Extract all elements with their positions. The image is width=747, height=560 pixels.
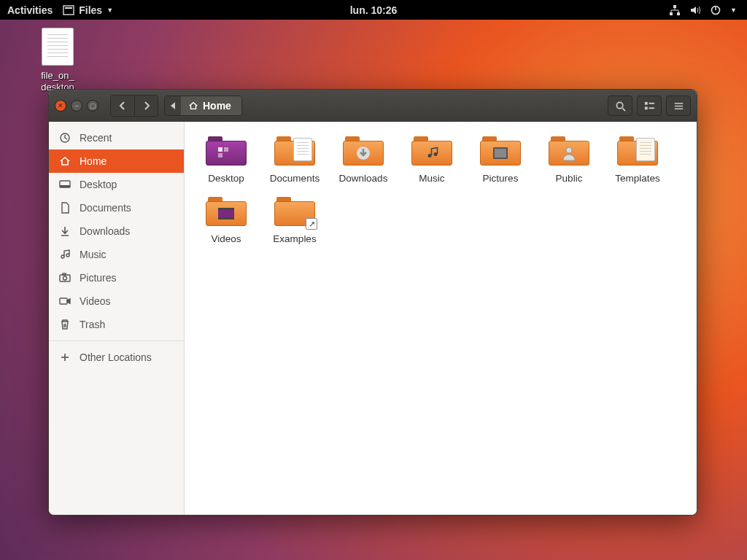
path-leader	[165, 96, 181, 115]
svg-point-31	[566, 147, 572, 153]
home-icon	[59, 155, 71, 167]
sidebar-separator	[49, 341, 184, 341]
home-icon	[188, 101, 198, 111]
files-icon	[63, 4, 74, 16]
svg-rect-30	[495, 149, 506, 158]
camera-icon	[59, 272, 71, 284]
sidebar-item-home[interactable]: Home	[49, 149, 184, 173]
chevron-left-icon	[118, 101, 127, 110]
path-bar[interactable]: Home	[164, 96, 242, 116]
folder-documents[interactable]: Documents	[260, 136, 329, 184]
film-glyph-icon	[217, 206, 236, 221]
app-menu[interactable]: Files ▼	[63, 4, 113, 16]
svg-point-7	[616, 102, 622, 108]
sidebar-item-music[interactable]: Music	[49, 243, 184, 266]
item-label: Music	[419, 173, 444, 184]
item-label: Documents	[270, 173, 320, 184]
volume-icon[interactable]	[689, 4, 701, 16]
back-button[interactable]	[111, 96, 134, 116]
files-window: ✕ – ▢ Home	[48, 89, 697, 516]
desktop-file-icon[interactable]: file_on_ desktop	[25, 28, 90, 93]
gnome-top-bar: Activities Files ▼ lun. 10:26 ▼	[0, 0, 747, 20]
view-toggle-button[interactable]	[637, 96, 662, 116]
activities-button[interactable]: Activities	[7, 4, 53, 16]
app-menu-label: Files	[79, 4, 102, 16]
music-glyph-icon	[424, 145, 440, 161]
svg-rect-12	[649, 107, 654, 109]
svg-rect-22	[60, 298, 67, 304]
svg-rect-27	[218, 153, 222, 158]
forward-button[interactable]	[134, 96, 158, 116]
item-label: Downloads	[339, 173, 388, 184]
hamburger-menu-button[interactable]	[666, 96, 691, 116]
sidebar-item-other-locations[interactable]: Other Locations	[49, 346, 184, 369]
svg-rect-10	[644, 106, 647, 109]
sidebar-item-videos[interactable]: Videos	[49, 289, 184, 313]
activities-label: Activities	[7, 4, 53, 16]
item-label: Desktop	[208, 173, 244, 184]
music-icon	[59, 249, 71, 260]
folder-videos[interactable]: Videos	[192, 197, 260, 244]
folder-public[interactable]: Public	[535, 136, 603, 184]
svg-rect-33	[218, 208, 234, 210]
sidebar-item-documents[interactable]: Documents	[49, 196, 184, 219]
hamburger-icon	[673, 101, 684, 112]
item-label: Pictures	[483, 173, 519, 184]
places-sidebar: Recent Home Desktop Documents Downloads …	[49, 122, 185, 515]
sidebar-item-pictures[interactable]: Pictures	[49, 266, 184, 289]
power-icon[interactable]	[710, 4, 721, 16]
minimize-button[interactable]: –	[71, 100, 82, 112]
chevron-down-icon: ▼	[107, 7, 113, 14]
item-label: Videos	[211, 233, 241, 244]
sidebar-item-downloads[interactable]: Downloads	[49, 219, 184, 243]
window-controls: ✕ – ▢	[55, 100, 98, 112]
maximize-button[interactable]: ▢	[87, 100, 98, 112]
item-label: Templates	[615, 173, 660, 184]
desktop-file-label-1: file_on_	[25, 70, 90, 82]
nav-buttons	[110, 95, 158, 117]
svg-rect-3	[670, 12, 673, 15]
folder-pictures[interactable]: Pictures	[466, 136, 535, 184]
text-file-icon	[42, 28, 74, 66]
search-button[interactable]	[608, 96, 632, 116]
folder-music[interactable]: Music	[398, 136, 466, 184]
video-icon	[59, 295, 71, 307]
svg-rect-9	[644, 101, 647, 104]
sidebar-item-recent[interactable]: Recent	[49, 126, 184, 149]
svg-rect-34	[218, 217, 234, 219]
svg-rect-18	[60, 185, 70, 187]
document-icon	[59, 202, 71, 214]
titlebar[interactable]: ✕ – ▢ Home	[49, 90, 697, 122]
symlink-overlay-icon: ↗	[306, 218, 317, 230]
clock[interactable]: lun. 10:26	[350, 4, 398, 16]
chevron-right-icon	[142, 101, 151, 110]
folder-downloads[interactable]: Downloads	[329, 136, 398, 184]
svg-rect-21	[63, 273, 66, 275]
picture-glyph-icon	[492, 146, 509, 160]
svg-line-8	[622, 108, 625, 111]
download-glyph-icon	[355, 145, 371, 161]
grid-list-icon	[644, 101, 655, 112]
svg-rect-11	[649, 102, 654, 104]
triangle-left-icon	[170, 102, 176, 109]
system-menu-chevron-icon[interactable]: ▼	[730, 7, 737, 14]
sidebar-item-trash[interactable]: Trash	[49, 313, 184, 336]
svg-rect-0	[63, 6, 74, 15]
svg-rect-25	[218, 147, 222, 152]
folder-templates[interactable]: Templates	[603, 136, 672, 184]
folder-examples[interactable]: ↗ Examples	[260, 197, 329, 244]
path-segment-home[interactable]: Home	[181, 96, 241, 115]
download-icon	[59, 225, 71, 237]
trash-icon	[59, 319, 71, 330]
svg-rect-2	[673, 5, 676, 8]
folder-desktop[interactable]: Desktop	[192, 136, 260, 184]
icon-view[interactable]: Desktop Documents Downloads Music Pictur…	[185, 122, 697, 515]
clock-icon	[59, 132, 71, 144]
person-glyph-icon	[561, 145, 577, 161]
plus-icon	[59, 351, 71, 363]
svg-rect-26	[224, 147, 228, 152]
network-icon[interactable]	[669, 4, 681, 16]
sidebar-item-desktop[interactable]: Desktop	[49, 173, 184, 196]
desktop-icon	[59, 179, 71, 190]
close-button[interactable]: ✕	[55, 100, 66, 112]
